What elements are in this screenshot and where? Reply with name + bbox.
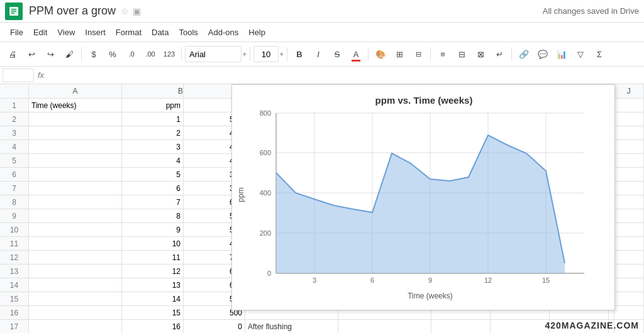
menu-item-add-ons[interactable]: Add-ons	[203, 25, 243, 40]
cell-a10[interactable]	[29, 223, 122, 237]
cell-b9[interactable]: 8	[122, 209, 184, 223]
cell-a1[interactable]: Time (weeks)	[29, 99, 122, 112]
col-header-j[interactable]: J	[614, 84, 644, 98]
svg-text:0: 0	[267, 270, 271, 277]
formula-input[interactable]	[48, 68, 641, 82]
cell-b5[interactable]: 4	[122, 154, 184, 168]
cell-a13[interactable]	[29, 265, 122, 278]
cell-a7[interactable]	[29, 182, 122, 195]
filter-button[interactable]: ▽	[572, 45, 589, 63]
cell-j13[interactable]	[614, 265, 644, 278]
cell-a9[interactable]	[29, 209, 122, 223]
font-name-input[interactable]	[185, 46, 242, 62]
link-button[interactable]: 🔗	[515, 45, 533, 63]
redo-button[interactable]: ↪	[42, 45, 59, 63]
cell-a16[interactable]	[29, 306, 122, 320]
cell-e17[interactable]	[338, 320, 431, 333]
align-left-button[interactable]: ≡	[434, 45, 452, 63]
cell-a4[interactable]	[29, 140, 122, 154]
bold-button[interactable]: B	[291, 45, 308, 63]
menu-item-view[interactable]: View	[52, 25, 80, 40]
folder-icon[interactable]: ▣	[133, 6, 141, 16]
chart-button[interactable]: 📊	[553, 45, 570, 63]
cell-a8[interactable]	[29, 195, 122, 209]
cell-b1[interactable]: ppm	[122, 99, 184, 112]
cell-b8[interactable]: 7	[122, 195, 184, 209]
menu-item-help[interactable]: Help	[243, 25, 270, 40]
cell-b3[interactable]: 2	[122, 126, 184, 140]
fill-color-button[interactable]: 🎨	[372, 45, 389, 63]
cell-a15[interactable]	[29, 292, 122, 306]
menu-item-tools[interactable]: Tools	[174, 25, 203, 40]
menu-item-file[interactable]: File	[5, 25, 28, 40]
cell-a11[interactable]	[29, 237, 122, 251]
decimal-dec-button[interactable]: .0	[123, 45, 140, 63]
cell-a14[interactable]	[29, 278, 122, 292]
cell-a6[interactable]	[29, 168, 122, 182]
font-color-button[interactable]: A	[347, 45, 365, 63]
cell-a5[interactable]	[29, 154, 122, 168]
cell-b13[interactable]: 12	[122, 265, 184, 278]
merge-button[interactable]: ⊟	[409, 45, 427, 63]
cell-c17[interactable]: 0	[184, 320, 245, 333]
cell-j8[interactable]	[614, 195, 644, 209]
menu-item-format[interactable]: Format	[111, 25, 147, 40]
cell-b11[interactable]: 10	[122, 237, 184, 251]
cell-j15[interactable]	[614, 292, 644, 306]
function-button[interactable]: Σ	[591, 45, 608, 63]
cell-b12[interactable]: 11	[122, 251, 184, 265]
cell-d17[interactable]: After flushing	[245, 320, 338, 333]
cell-j4[interactable]	[614, 140, 644, 154]
cell-b2[interactable]: 1	[122, 112, 184, 126]
cell-j1[interactable]	[614, 99, 644, 112]
cell-b4[interactable]: 3	[122, 140, 184, 154]
cell-j16[interactable]	[614, 306, 644, 320]
cell-j11[interactable]	[614, 237, 644, 251]
cell-b10[interactable]: 9	[122, 223, 184, 237]
percent-button[interactable]: %	[104, 45, 121, 63]
cell-j2[interactable]	[614, 112, 644, 126]
col-header-b[interactable]: B	[122, 84, 184, 98]
cell-j7[interactable]	[614, 182, 644, 195]
italic-button[interactable]: I	[309, 45, 327, 63]
cell-j6[interactable]	[614, 168, 644, 182]
cell-b7[interactable]: 6	[122, 182, 184, 195]
cell-a2[interactable]	[29, 112, 122, 126]
cell-f17[interactable]	[431, 320, 491, 333]
cell-j3[interactable]	[614, 126, 644, 140]
wrap-button[interactable]: ↵	[491, 45, 508, 63]
cell-j12[interactable]	[614, 251, 644, 265]
cell-b6[interactable]: 5	[122, 168, 184, 182]
cell-b16[interactable]: 15	[122, 306, 184, 320]
cell-a3[interactable]	[29, 126, 122, 140]
font-size-input[interactable]	[253, 46, 279, 62]
cell-b15[interactable]: 14	[122, 292, 184, 306]
cell-a12[interactable]	[29, 251, 122, 265]
currency-button[interactable]: $	[85, 45, 103, 63]
cell-b17[interactable]: 16	[122, 320, 184, 333]
cell-g17[interactable]	[491, 320, 550, 333]
cell-j14[interactable]	[614, 278, 644, 292]
cell-j5[interactable]	[614, 154, 644, 168]
comment-button[interactable]: 💬	[534, 45, 552, 63]
cell-j9[interactable]	[614, 209, 644, 223]
strikethrough-button[interactable]: S	[328, 45, 346, 63]
cell-b14[interactable]: 13	[122, 278, 184, 292]
chart-area[interactable]: ppm vs. Time (weeks) ppm Time (weeks) 0 …	[231, 84, 615, 310]
print-button[interactable]: 🖨	[4, 45, 21, 63]
align-center-button[interactable]: ⊟	[453, 45, 470, 63]
col-header-a[interactable]: A	[29, 84, 122, 98]
menu-item-edit[interactable]: Edit	[28, 25, 52, 40]
star-icon[interactable]: ☆	[121, 6, 129, 16]
menu-item-data[interactable]: Data	[147, 25, 174, 40]
cell-a17[interactable]	[29, 320, 122, 333]
paint-format-button[interactable]: 🖌	[60, 45, 78, 63]
undo-button[interactable]: ↩	[23, 45, 40, 63]
cell-j10[interactable]	[614, 223, 644, 237]
borders-button[interactable]: ⊞	[391, 45, 408, 63]
valign-button[interactable]: ⊠	[472, 45, 489, 63]
cell-ref-input[interactable]	[3, 68, 34, 82]
decimal-inc-button[interactable]: .00	[142, 45, 159, 63]
menu-item-insert[interactable]: Insert	[80, 25, 111, 40]
format-number-button[interactable]: 123	[160, 45, 178, 63]
